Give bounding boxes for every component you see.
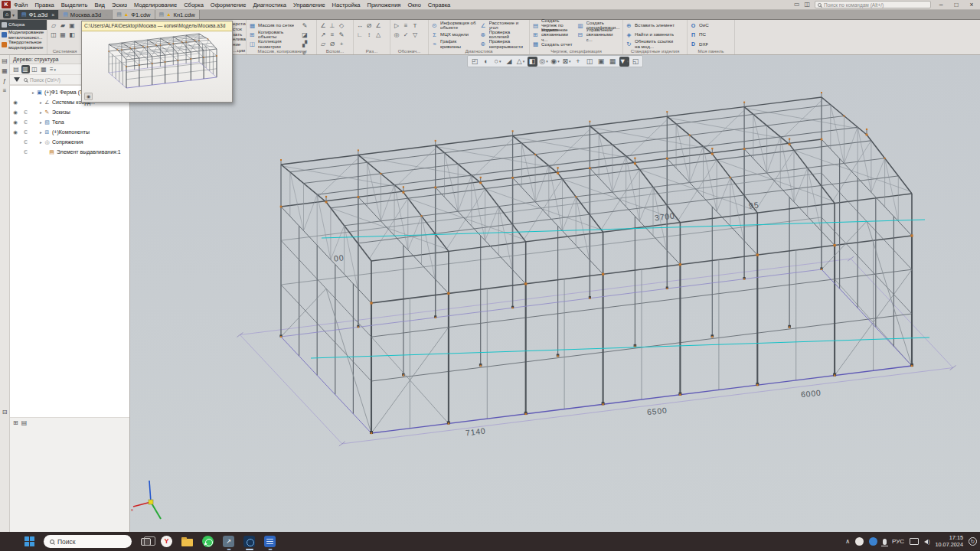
menu-applications[interactable]: Приложения — [368, 2, 401, 8]
kompas-app-icon[interactable] — [243, 535, 256, 548]
notification-icon[interactable]: ↻ — [969, 537, 977, 546]
designation-tool-icon[interactable]: ✓ — [402, 31, 410, 39]
viewport-tool-icon[interactable]: ◢ — [505, 57, 514, 67]
yandex-browser-icon[interactable]: Y — [160, 535, 173, 548]
tree-footer-icon[interactable]: ▤ — [21, 419, 28, 426]
array-tool-icon[interactable]: ✎ — [301, 21, 309, 30]
speaker-icon[interactable]: ) — [924, 539, 929, 544]
visibility-icon[interactable]: ◉ — [10, 109, 21, 116]
ribbon-button[interactable]: ∠Расстояние и угол — [479, 21, 528, 30]
auxiliary-tool-icon[interactable]: ✎ — [338, 31, 346, 39]
ribbon-button[interactable]: ППС — [689, 30, 733, 39]
ribbon-button[interactable]: ◈Найти и заменить — [625, 30, 685, 39]
bottom-panel-icon[interactable]: ⊟ — [2, 409, 8, 416]
viewport-tool-icon[interactable]: ◧ — [528, 57, 537, 67]
system-tool-icon[interactable]: ▱ — [50, 21, 58, 30]
auxiliary-tool-icon[interactable]: ≡ — [328, 31, 337, 39]
tree-item-components[interactable]: ◉ Є ▸ ⊞ (+)Компоненты — [10, 127, 129, 137]
whatsapp-icon[interactable] — [201, 535, 214, 548]
ribbon-button[interactable]: OОиС — [689, 21, 733, 30]
menu-assembly[interactable]: Сборка — [184, 2, 204, 8]
start-button[interactable] — [23, 535, 36, 548]
ribbon-button[interactable]: ▦Массив по сетке — [248, 21, 300, 30]
menu-help[interactable]: Справка — [428, 2, 450, 8]
tree-tool-icon[interactable]: ≡▾ — [49, 65, 57, 73]
app-logo-icon[interactable]: K — [2, 1, 11, 8]
ribbon-button[interactable]: ΣМЦХ модели — [430, 30, 479, 39]
layers-panel-icon[interactable]: ▦ — [2, 67, 8, 74]
dimension-tool-icon[interactable]: △ — [374, 31, 383, 39]
tray-app-icon[interactable] — [869, 537, 877, 546]
viewport-tool-icon[interactable]: ◱ — [631, 57, 641, 67]
viewport-tool-icon[interactable]: ▦ — [608, 57, 618, 67]
system-tool-icon[interactable]: ▦ — [59, 31, 67, 39]
exclude-icon[interactable]: Є — [21, 119, 31, 125]
menu-diagnostics[interactable]: Диагностика — [253, 2, 286, 8]
exclude-icon[interactable]: Є — [21, 109, 31, 115]
tree-tool-icon[interactable]: ▦ — [40, 65, 48, 73]
tray-app-icon[interactable] — [855, 537, 864, 546]
menu-file[interactable]: Файл — [14, 2, 28, 8]
viewport-tool-icon[interactable]: ▣ — [596, 57, 606, 67]
auxiliary-tool-icon[interactable]: ↗ — [319, 31, 328, 39]
tree-panel-icon[interactable]: ▤ — [2, 57, 8, 64]
viewport-tool-icon[interactable]: ◫ — [585, 57, 595, 67]
microphone-icon[interactable] — [883, 539, 887, 545]
close-button[interactable]: × — [966, 1, 977, 8]
tree-item-extrusion[interactable]: Є ▸ ▤ Элемент выдавливания:1 — [10, 147, 129, 157]
menu-settings[interactable]: Настройка — [332, 2, 361, 8]
tree-tool-icon[interactable]: ▥ — [21, 65, 30, 73]
clock[interactable]: 17:15 10.07.2024 — [935, 535, 963, 548]
designation-tool-icon[interactable]: ▷ — [393, 21, 401, 30]
task-view-button[interactable] — [139, 535, 152, 548]
auxiliary-tool-icon[interactable]: ◇ — [338, 21, 346, 30]
3d-viewport[interactable]: ◰◐○▾◢△▾◧◎▾◉▾⊠▾+◫▣▦▼▾◱ 3700 95 00 7140 65… — [130, 55, 980, 532]
auxiliary-tool-icon[interactable]: ▱ — [319, 40, 328, 48]
designation-tool-icon[interactable]: ◎ — [393, 31, 401, 39]
menu-select[interactable]: Выделить — [61, 2, 88, 8]
tab-f1-cdw[interactable]: ▤ ▲ Ф1.cdw — [113, 10, 155, 19]
menu-panel-icon[interactable]: ≡ — [3, 87, 7, 94]
viewport-tool-icon[interactable]: ⊠▾ — [562, 57, 572, 67]
tree-item-sketches[interactable]: ◉ Є ▸ ✎ Эскизы — [10, 107, 129, 117]
menu-window[interactable]: Окно — [407, 2, 420, 8]
language-indicator[interactable]: РУС — [892, 538, 904, 545]
variables-panel-icon[interactable]: ƒ — [3, 77, 6, 84]
filter-icon[interactable] — [11, 76, 21, 84]
menu-management[interactable]: Управление — [293, 2, 325, 8]
viewport-tool-icon[interactable]: ◉▾ — [550, 57, 560, 67]
file-explorer-icon[interactable] — [181, 535, 194, 548]
auxiliary-tool-icon[interactable]: ⊥ — [328, 21, 337, 30]
dimension-tool-icon[interactable]: Ø — [365, 21, 374, 30]
home-tab[interactable]: ⌂ ▾ — [0, 10, 18, 19]
menu-layout[interactable]: Оформление — [211, 2, 247, 8]
ribbon-button[interactable]: ⊟Управление связанными с... — [577, 30, 622, 39]
viewport-tool-icon[interactable]: ◰ — [470, 57, 480, 67]
viewport-tool-icon[interactable]: △▾ — [516, 57, 526, 67]
viewport-tool-icon[interactable]: ○▾ — [493, 57, 503, 67]
command-search-input[interactable]: Поиск по командам (Alt+/) — [815, 1, 931, 8]
exclude-icon[interactable]: Є — [21, 129, 31, 135]
network-display-icon[interactable] — [910, 538, 919, 545]
tree-item-mates[interactable]: Є ▸ ◎ Сопряжения — [10, 137, 129, 147]
exclude-icon[interactable]: Є — [21, 139, 31, 145]
snip-tool-icon[interactable]: ↗ — [222, 535, 235, 548]
tab-f1-a3d[interactable]: ▤ Ф1.a3d × — [18, 10, 59, 19]
designation-tool-icon[interactable]: ≡ — [402, 21, 410, 30]
panelset-metal-modeling[interactable]: Моделирование металлоконст... — [0, 30, 47, 40]
array-tool-icon[interactable]: ▞ — [301, 40, 309, 48]
array-tool-icon[interactable]: ◪ — [301, 31, 309, 39]
ribbon-button[interactable]: ⊙Информация об объекте — [430, 21, 479, 30]
dimension-tool-icon[interactable]: ∠ — [374, 21, 383, 30]
tray-chevron-icon[interactable]: ∧ — [845, 538, 850, 545]
layout-icon[interactable]: ▭ — [794, 1, 800, 8]
visibility-icon[interactable]: ◉ — [10, 129, 21, 135]
ribbon-button[interactable]: ⊗Проверка коллизий — [479, 30, 528, 39]
dimension-tool-icon[interactable]: ↔ — [356, 21, 364, 30]
tree-item-bodies[interactable]: ◉ Є ▸ ▧ Тела — [10, 117, 129, 127]
dimension-tool-icon[interactable]: ↕ — [365, 31, 374, 39]
minimize-button[interactable]: – — [936, 1, 946, 8]
tab-moskva-a3d[interactable]: ▤ Москва.a3d × — [59, 10, 113, 19]
menu-sketch[interactable]: Эскиз — [112, 2, 127, 8]
viewport-tool-icon[interactable]: + — [573, 57, 583, 67]
